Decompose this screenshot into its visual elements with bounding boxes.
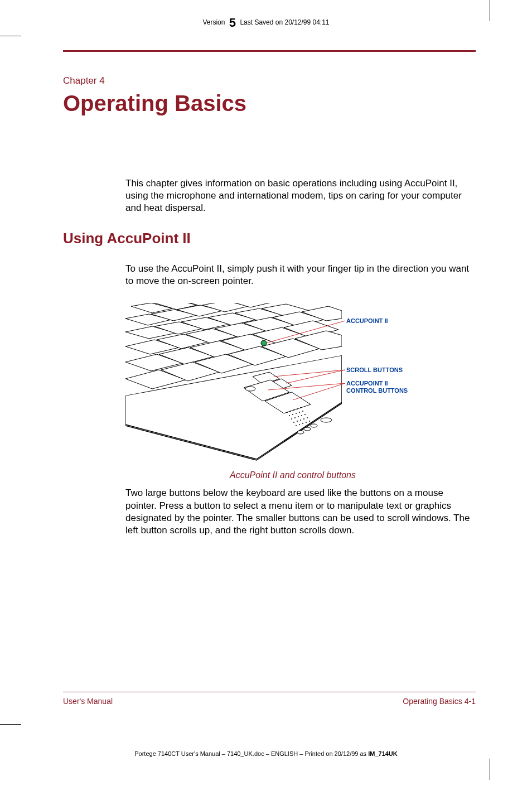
callout-scroll-buttons: SCROLL BUTTONS — [346, 367, 403, 374]
svg-point-73 — [245, 387, 255, 391]
svg-point-61 — [300, 419, 301, 421]
svg-point-50 — [292, 414, 293, 415]
crop-mark — [0, 36, 21, 36]
svg-point-72 — [321, 418, 332, 422]
chapter-intro: This chapter gives information on basic … — [125, 177, 476, 214]
svg-point-45 — [290, 411, 291, 412]
section-paragraph-2: Two large buttons below the keyboard are… — [125, 487, 476, 536]
svg-point-52 — [299, 412, 300, 413]
callout-control-buttons-line1: ACCUPOINT II — [346, 380, 388, 387]
page-footer: User's Manual Operating Basics 4-1 — [63, 692, 476, 706]
svg-point-53 — [302, 411, 303, 412]
svg-point-60 — [297, 421, 298, 422]
figure-caption: AccuPoint II and control buttons — [125, 470, 460, 480]
svg-point-64 — [296, 425, 297, 426]
figure-accupoint: ACCUPOINT II SCROLL BUTTONS ACCUPOINT II… — [125, 303, 476, 466]
section-paragraph-1: To use the AccuPoint II, simply push it … — [125, 263, 476, 287]
footer-right: Operating Basics 4-1 — [403, 697, 476, 706]
last-saved-text: Last Saved on 20/12/99 04:11 — [240, 18, 329, 26]
version-label: Version — [202, 18, 225, 26]
svg-point-70 — [304, 427, 311, 431]
section-heading: Using AccuPoint II — [63, 230, 476, 247]
svg-point-47 — [297, 408, 298, 409]
svg-point-71 — [311, 424, 317, 427]
version-number: 5 — [227, 16, 238, 30]
crop-mark — [0, 724, 21, 725]
footer-right-label: Operating Basics — [403, 697, 462, 706]
svg-point-62 — [303, 418, 304, 419]
footer-rule — [63, 692, 476, 692]
footer-left: User's Manual — [63, 697, 113, 706]
svg-point-67 — [306, 422, 307, 423]
chapter-label: Chapter 4 — [63, 75, 476, 86]
callout-accupoint: ACCUPOINT II — [346, 317, 388, 325]
callout-control-buttons: ACCUPOINT II CONTROL BUTTONS — [346, 380, 408, 394]
svg-point-69 — [297, 431, 304, 434]
svg-point-57 — [301, 415, 302, 416]
svg-point-51 — [296, 413, 297, 414]
svg-point-68 — [309, 421, 310, 422]
print-footer: Portege 7140CT User's Manual – 7140_UK.d… — [0, 750, 532, 757]
print-footer-bold: IM_714UK — [368, 750, 398, 757]
svg-point-56 — [298, 416, 299, 417]
print-footer-text: Portege 7140CT User's Manual – 7140_UK.d… — [134, 750, 368, 757]
svg-point-66 — [302, 423, 303, 424]
svg-point-59 — [293, 422, 294, 423]
top-rule — [63, 50, 476, 52]
svg-point-55 — [294, 417, 296, 418]
svg-point-54 — [291, 418, 292, 419]
page-header: Version 5 Last Saved on 20/12/99 04:11 — [0, 16, 532, 30]
keyboard-illustration — [125, 303, 460, 466]
svg-point-37 — [261, 340, 267, 346]
callout-control-buttons-line2: CONTROL BUTTONS — [346, 387, 408, 394]
svg-point-58 — [304, 414, 306, 415]
svg-point-65 — [299, 424, 300, 425]
svg-point-44 — [287, 412, 288, 413]
svg-point-49 — [289, 415, 290, 416]
svg-point-48 — [300, 407, 301, 408]
chapter-title: Operating Basics — [63, 91, 476, 116]
footer-right-page: 4-1 — [462, 697, 476, 706]
svg-point-46 — [293, 409, 294, 411]
svg-point-63 — [307, 417, 308, 418]
crop-mark — [490, 759, 490, 780]
page-content: Chapter 4 Operating Basics This chapter … — [63, 50, 476, 552]
